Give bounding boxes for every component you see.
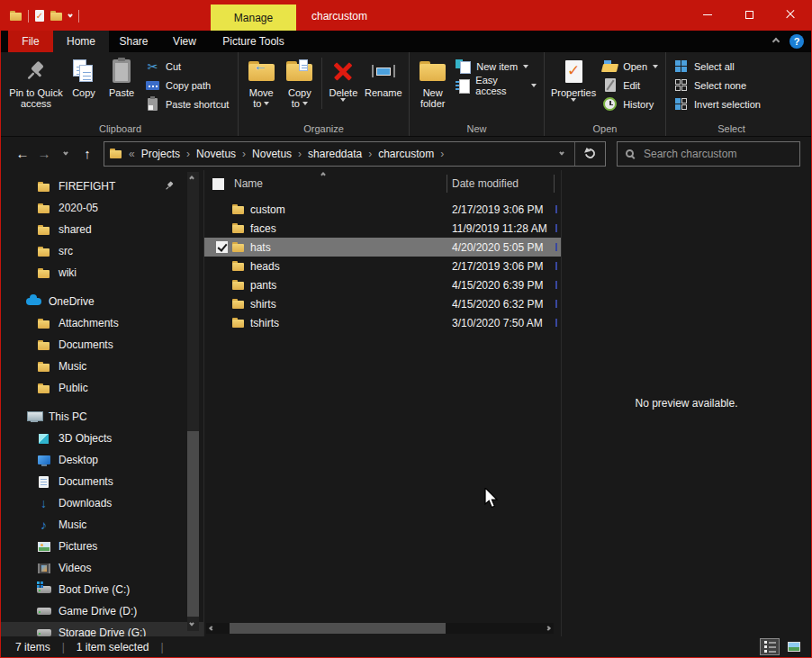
sidebar-item-src[interactable]: src (1, 240, 203, 262)
rename-button[interactable]: Rename (362, 56, 405, 100)
sidebar-item-firefight[interactable]: FIREFIGHT (1, 176, 203, 197)
address-dropdown-chevron-icon[interactable] (549, 152, 574, 156)
scroll-right-icon[interactable] (543, 626, 554, 630)
file-row-hats-selected[interactable]: hats 4/20/2020 5:05 PM (204, 238, 561, 257)
easy-access-button[interactable]: Easy access (452, 76, 540, 95)
column-divider[interactable] (447, 175, 447, 193)
details-view-button[interactable] (760, 638, 780, 655)
sidebar-item-documents[interactable]: Documents (1, 471, 203, 492)
scrollbar-thumb[interactable] (230, 623, 446, 634)
edit-button[interactable]: Edit (599, 76, 662, 95)
sidebar-item-this-pc[interactable]: This PC (1, 406, 203, 428)
tab-home[interactable]: Home (53, 31, 109, 52)
cut-button[interactable]: ✂ Cut (141, 57, 232, 76)
file-row-tshirts[interactable]: tshirts 3/10/2020 7:50 AM (204, 313, 561, 332)
file-row-pants[interactable]: pants 4/15/2020 6:39 PM (204, 275, 561, 294)
sidebar-item-public[interactable]: Public (1, 377, 203, 399)
select-all-checkbox[interactable] (212, 178, 224, 190)
breadcrumb-separator-icon[interactable]: › (185, 148, 192, 160)
breadcrumb-item[interactable]: Projects (137, 148, 185, 160)
sidebar-item-wiki[interactable]: wiki (1, 262, 203, 284)
file-row-faces[interactable]: faces 11/9/2019 11:28 AM (204, 219, 561, 238)
search-box[interactable] (617, 141, 800, 167)
collapse-ribbon-icon[interactable] (772, 38, 780, 45)
invert-selection-button[interactable]: Invert selection (670, 95, 764, 113)
breadcrumb-item[interactable]: shareddata (303, 148, 366, 160)
new-folder-qat-icon[interactable] (50, 11, 62, 21)
back-button[interactable]: ← (12, 142, 33, 166)
sidebar-item-game-drive-d[interactable]: Game Drive (D:) (1, 600, 203, 622)
move-to-button[interactable]: ← Move to (242, 56, 281, 111)
file-row-heads[interactable]: heads 2/17/2019 3:06 PM (204, 257, 561, 275)
sidebar-item-music-onedrive[interactable]: Music (1, 356, 203, 377)
select-all-button[interactable]: Select all (670, 57, 764, 76)
manage-contextual-tab[interactable]: Manage (211, 5, 296, 31)
history-button[interactable]: History (599, 95, 662, 113)
scrollbar-thumb[interactable] (187, 431, 199, 617)
column-divider[interactable] (554, 175, 555, 193)
pin-to-quick-access-button[interactable]: Pin to Quick access (6, 56, 66, 111)
scrollbar-track[interactable] (217, 623, 543, 634)
up-button[interactable]: ↑ (77, 142, 98, 166)
horizontal-scrollbar[interactable] (206, 623, 554, 634)
tab-view[interactable]: View (158, 31, 211, 52)
sidebar-item-desktop[interactable]: Desktop (1, 449, 203, 471)
address-bar[interactable]: « Projects › Novetus › Novetus › sharedd… (104, 141, 606, 167)
sidebar-item-2020-05[interactable]: 2020-05 (1, 197, 203, 219)
delete-button[interactable]: Delete (325, 56, 362, 104)
row-checkbox-checked[interactable] (216, 241, 228, 253)
properties-qat-icon[interactable]: ✓ (35, 10, 44, 22)
new-item-button[interactable]: New item (452, 57, 540, 76)
paste-button[interactable]: Paste (102, 56, 141, 100)
open-button[interactable]: Open (599, 57, 662, 76)
tab-picture-tools[interactable]: Picture Tools (211, 31, 296, 52)
breadcrumb-item-current[interactable]: charcustom (374, 148, 438, 160)
qat-customize-chevron-icon[interactable] (68, 12, 73, 17)
help-icon[interactable]: ? (789, 34, 804, 49)
sidebar-item-shared[interactable]: shared (1, 219, 203, 240)
scroll-left-icon[interactable] (206, 626, 217, 630)
select-none-button[interactable]: Select none (670, 76, 764, 95)
large-icons-view-button[interactable] (784, 638, 804, 655)
breadcrumb-item[interactable]: Novetus (248, 148, 296, 160)
close-button[interactable] (770, 1, 811, 28)
column-header-name[interactable]: Name (234, 177, 263, 190)
sidebar-item-documents-onedrive[interactable]: Documents (1, 334, 203, 356)
sidebar-item-music[interactable]: ♪Music (1, 514, 203, 536)
sidebar-scrollbar[interactable] (187, 172, 199, 631)
sidebar-item-downloads[interactable]: ↓Downloads (1, 492, 203, 514)
sidebar-item-pictures[interactable]: Pictures (1, 536, 203, 557)
sidebar-item-videos[interactable]: Videos (1, 557, 203, 579)
new-folder-button[interactable]: New folder (413, 56, 452, 111)
breadcrumb-separator-icon[interactable]: › (240, 148, 248, 160)
file-row-shirts[interactable]: shirts 4/15/2020 6:32 PM (204, 294, 561, 313)
copy-button[interactable]: Copy (66, 56, 102, 100)
sidebar-item-attachments[interactable]: Attachments (1, 312, 203, 334)
breadcrumb-separator-icon[interactable]: › (438, 148, 446, 160)
tab-share[interactable]: Share (109, 31, 158, 52)
tab-file[interactable]: File (8, 31, 53, 52)
recent-locations-chevron-icon[interactable] (55, 142, 77, 166)
minimize-icon (703, 14, 712, 15)
refresh-button[interactable] (575, 149, 605, 158)
maximize-button[interactable] (728, 1, 770, 28)
forward-button[interactable]: → (33, 142, 55, 166)
breadcrumb-separator-icon[interactable]: › (296, 148, 303, 160)
breadcrumb-item[interactable]: Novetus (192, 148, 240, 160)
sidebar-item-storage-drive-g[interactable]: Storage Drive (G:) (1, 622, 203, 636)
breadcrumb-separator-icon[interactable]: › (366, 148, 374, 160)
copy-path-button[interactable]: Copy path (141, 76, 232, 95)
breadcrumb-overflow-icon[interactable]: « (127, 148, 137, 160)
sidebar-item-boot-drive-c[interactable]: Boot Drive (C:) (1, 579, 203, 600)
minimize-button[interactable] (687, 1, 728, 28)
scroll-down-icon[interactable] (189, 621, 194, 626)
paste-shortcut-button[interactable]: Paste shortcut (141, 95, 232, 113)
copy-to-button[interactable]: Copy to (281, 56, 320, 111)
sidebar-item-onedrive[interactable]: OneDrive (1, 291, 203, 312)
properties-button[interactable]: ✓ Properties (548, 56, 599, 104)
scroll-up-icon[interactable] (189, 176, 194, 181)
column-header-date-modified[interactable]: Date modified (452, 177, 519, 190)
file-row-custom[interactable]: custom 2/17/2019 3:06 PM (204, 200, 561, 219)
search-input[interactable] (642, 147, 791, 161)
sidebar-item-3d-objects[interactable]: 3D Objects (1, 428, 203, 449)
